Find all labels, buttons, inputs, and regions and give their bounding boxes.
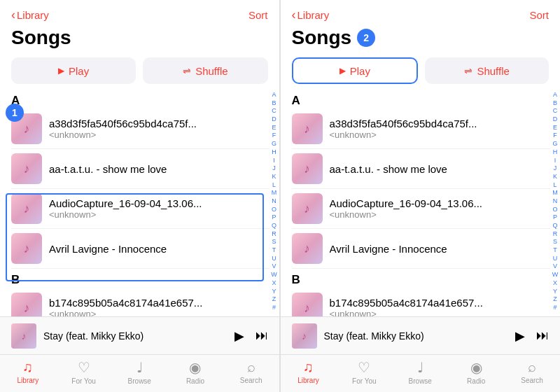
list-item[interactable]: ♪Avril Lavigne - Innocence [11,229,270,269]
alpha-F[interactable]: F [553,132,557,140]
list-item[interactable]: ♪b174c895b05a4c8174a41e657...<unknown> [11,288,270,316]
alpha-W[interactable]: W [552,271,559,279]
fast-forward-button[interactable]: ⏭ [255,328,268,343]
alpha-Z[interactable]: Z [553,295,557,304]
song-info: b174c895b05a4c8174a41e657...<unknown> [49,297,270,316]
alpha-H[interactable]: H [272,148,276,157]
music-note-icon: ♪ [24,202,30,216]
alpha-G[interactable]: G [552,140,557,148]
alpha-S[interactable]: S [272,238,276,246]
tab-for-you[interactable]: ♡For You [56,359,112,385]
alpha-P[interactable]: P [272,214,276,222]
alpha-U[interactable]: U [272,255,276,263]
tab-browse[interactable]: ♩Browse [111,359,167,385]
music-note-icon: ♪ [24,122,30,136]
fast-forward-button[interactable]: ⏭ [536,328,549,343]
alpha-E[interactable]: E [553,124,557,132]
song-title: aa-t.a.t.u. - show me love [330,163,551,175]
alpha-N[interactable]: N [553,197,558,206]
alpha-N[interactable]: N [272,197,276,206]
tab-radio[interactable]: ◉Radio [167,359,223,385]
annotation-badge: 1 [6,104,24,122]
alpha-W[interactable]: W [271,271,277,279]
alpha-#[interactable]: # [272,304,276,312]
alpha-G[interactable]: G [272,140,276,148]
alpha-H[interactable]: H [553,148,558,157]
alpha-Y[interactable]: Y [553,288,557,296]
alpha-S[interactable]: S [553,238,557,246]
list-item[interactable]: ♪a38d3f5fa540f56c95bd4ca75f...<unknown> [292,109,551,149]
alpha-X[interactable]: X [272,279,276,288]
alpha-M[interactable]: M [272,189,277,197]
alpha-C[interactable]: C [553,107,558,115]
np-music-icon: ♪ [22,330,27,342]
alpha-O[interactable]: O [272,206,276,214]
song-title: a38d3f5fa540f56c95bd4ca75f... [49,118,270,130]
tab-search[interactable]: ⌕Search [504,359,560,384]
tab-library[interactable]: ♫Library [0,359,56,384]
alpha-J[interactable]: J [554,164,557,173]
alphabet-index[interactable]: ABCDEFGHIJKLMNOPQRSTUVWXYZ# [550,90,560,316]
alpha-R[interactable]: R [553,230,558,239]
alpha-A[interactable]: A [553,91,557,99]
back-button[interactable]: ‹Library [292,8,330,22]
alpha-I[interactable]: I [554,157,556,165]
alpha-B[interactable]: B [553,99,557,108]
alpha-M[interactable]: M [552,189,558,197]
alpha-R[interactable]: R [272,230,276,239]
alpha-K[interactable]: K [272,173,276,181]
now-playing-bar[interactable]: ♪Stay (feat. Mikky Ekko)▶⏭ [281,316,561,354]
alpha-L[interactable]: L [272,181,276,190]
tab-library[interactable]: ♫Library [281,359,337,384]
alphabet-index[interactable]: ABCDEFGHIJKLMNOPQRSTUVWXYZ# [270,90,279,316]
alpha-A[interactable]: A [272,91,276,99]
top-nav: ‹LibrarySort [0,0,279,25]
list-item[interactable]: ♪a38d3f5fa540f56c95bd4ca75f...<unknown> [11,109,270,149]
alpha-Q[interactable]: Q [552,222,557,230]
alpha-I[interactable]: I [273,157,275,165]
tab-for-you[interactable]: ♡For You [336,359,392,385]
alpha-Q[interactable]: Q [272,222,276,230]
list-item[interactable]: ♪aa-t.a.t.u. - show me love [292,149,551,189]
list-item[interactable]: ♪Avril Lavigne - Innocence [292,229,551,269]
alpha-C[interactable]: C [272,107,276,115]
alpha-D[interactable]: D [553,115,558,124]
alpha-P[interactable]: P [553,214,557,222]
alpha-Y[interactable]: Y [272,288,276,296]
shuffle-button[interactable]: ⇌Shuffle [425,57,549,84]
tab-radio[interactable]: ◉Radio [448,359,504,385]
list-item[interactable]: ♪aa-t.a.t.u. - show me love [11,149,270,189]
alpha-T[interactable]: T [553,246,557,255]
alpha-#[interactable]: # [553,304,556,312]
sort-button[interactable]: Sort [248,9,268,21]
play-pause-button[interactable]: ▶ [515,328,525,344]
play-pause-button[interactable]: ▶ [234,328,244,344]
list-item[interactable]: ♪AudioCapture_16-09-04_13.06...<unknown> [292,189,551,229]
tab-bar: ♫Library♡For You♩Browse◉Radio⌕Search [0,354,279,392]
alpha-E[interactable]: E [272,124,276,132]
alpha-J[interactable]: J [272,164,276,173]
tab-browse[interactable]: ♩Browse [392,359,448,385]
alpha-Z[interactable]: Z [272,295,276,304]
shuffle-button[interactable]: ⇌Shuffle [143,57,267,84]
play-button[interactable]: ▶Play [292,57,419,84]
alpha-B[interactable]: B [272,99,276,108]
play-button[interactable]: ▶Play [11,57,136,84]
tab-search[interactable]: ⌕Search [223,359,279,384]
now-playing-bar[interactable]: ♪Stay (feat. Mikky Ekko)▶⏭ [0,316,279,354]
list-item[interactable]: ♪b174c895b05a4c8174a41e657...<unknown> [292,288,551,316]
list-item[interactable]: ♪AudioCapture_16-09-04_13.06...<unknown> [11,189,270,229]
alpha-V[interactable]: V [272,262,276,271]
alpha-T[interactable]: T [272,246,276,255]
alpha-D[interactable]: D [272,115,276,124]
back-button[interactable]: ‹Library [11,8,49,22]
sort-button[interactable]: Sort [529,9,549,21]
alpha-X[interactable]: X [553,279,557,288]
alpha-O[interactable]: O [552,206,557,214]
alpha-F[interactable]: F [272,132,276,140]
alpha-K[interactable]: K [553,173,557,181]
alpha-U[interactable]: U [553,255,558,263]
step-badge: 2 [357,29,375,47]
alpha-V[interactable]: V [553,262,557,271]
alpha-L[interactable]: L [553,181,556,190]
